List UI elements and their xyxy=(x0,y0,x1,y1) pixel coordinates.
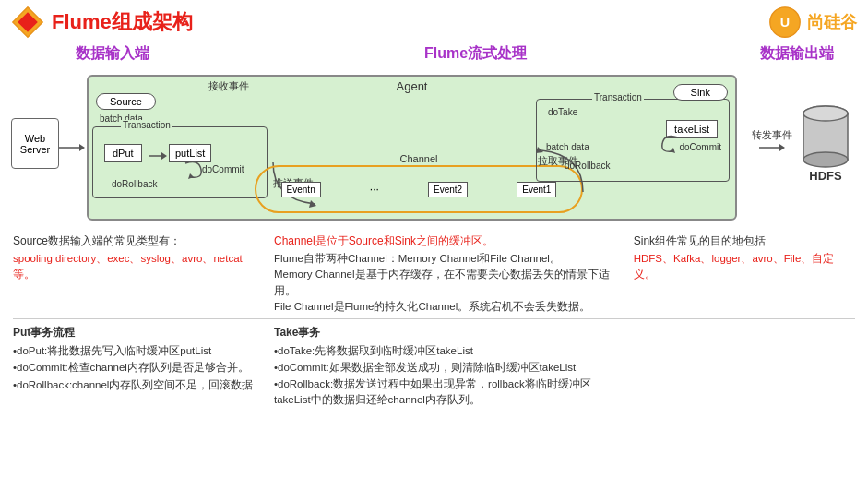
put-line2: •doCommit:检查channel内存队列是否足够合并。 xyxy=(13,359,259,376)
source-title: Source数据输入端的常见类型有： xyxy=(13,233,259,249)
transaction-left-label: Transaction xyxy=(121,120,172,130)
channel-line3: File Channel是Flume的持久化Channel。系统宕机不会丢失数据… xyxy=(274,299,619,315)
docommit-right-label: doCommit xyxy=(679,142,721,152)
svg-marker-8 xyxy=(188,173,194,179)
event-event2-box: Event2 xyxy=(428,182,468,197)
put-line3: •doRollback:channel内存队列空间不足，回滚数据 xyxy=(13,376,259,393)
batch-data-right-label: batch data xyxy=(546,142,589,152)
docommit-left-label: doCommit xyxy=(202,164,244,174)
channel-title: Channel是位于Source和Sink之间的缓冲区。 xyxy=(274,233,619,249)
sink-info-col: Sink组件常见的目的地包括 HDFS、Kafka、logger、avro、Fi… xyxy=(634,233,855,315)
agent-label: Agent xyxy=(397,79,428,93)
channel-info-col: Channel是位于Source和Sink之间的缓冲区。 Flume自带两种Ch… xyxy=(274,233,619,315)
logo-left: Flume组成架构 xyxy=(11,6,193,39)
source-info-col: Source数据输入端的常见类型有： spooling directory、ex… xyxy=(13,233,259,315)
section-right-label: 数据输出端 xyxy=(737,44,857,64)
hdfs-label: HDFS xyxy=(809,169,841,183)
section-mid-label: Flume流式处理 xyxy=(214,44,737,64)
web-server-label: WebServer xyxy=(20,133,50,155)
channel-line1: Flume自带两种Channel：Memory Channel和File Cha… xyxy=(274,251,619,267)
source-box: Source xyxy=(96,93,156,110)
transaction-section: Put事务流程 •doPut:将批数据先写入临时缓冲区putList •doCo… xyxy=(0,323,868,410)
transaction-box-right: Transaction doTake takeList batch data d… xyxy=(536,99,730,182)
transaction-right-label: Transaction xyxy=(592,92,644,102)
svg-text:U: U xyxy=(780,15,790,30)
section-headers: 数据输入端 Flume流式处理 数据输出端 xyxy=(0,44,868,64)
svg-marker-11 xyxy=(670,148,675,153)
svg-marker-7 xyxy=(161,152,167,160)
put-info-col: Put事务流程 •doPut:将批数据先写入临时缓冲区putList •doCo… xyxy=(13,325,259,408)
take-line3: •doRollback:数据发送过程中如果出现异常，rollback将临时缓冲区… xyxy=(274,376,619,409)
put-line1: •doPut:将批数据先写入临时缓冲区putList xyxy=(13,342,259,359)
sink-items: HDFS、Kafka、logger、avro、File、自定义。 xyxy=(634,251,855,283)
brand-name: 尚硅谷 xyxy=(807,11,857,33)
svg-marker-13 xyxy=(779,144,785,151)
take-line1: •doTake:先将数据取到临时缓冲区takeList xyxy=(274,342,619,359)
event-eventn-box: Eventn xyxy=(281,182,321,197)
transaction-box-left: Transaction dPut putList doCommit xyxy=(92,126,268,198)
put-title: Put事务流程 xyxy=(13,325,259,341)
web-server-box: WebServer xyxy=(11,118,59,169)
channel-label: Channel xyxy=(400,153,438,164)
sink-title: Sink组件常见的目的地包括 xyxy=(634,233,855,249)
header: Flume组成架构 U 尚硅谷 xyxy=(0,0,868,44)
source-items: spooling directory、exec、syslog、avro、netc… xyxy=(13,251,259,283)
dotake-label: doTake xyxy=(548,107,577,117)
section-left-label: 数据输入端 xyxy=(11,44,214,64)
channel-line2: Memory Channel是基于内存缓存，在不需要关心数据丢失的情景下适用。 xyxy=(274,267,619,299)
take-line2: •doCommit:如果数据全部发送成功，则清除临时缓冲区takeList xyxy=(274,359,619,376)
dorollback-right-label: doRollback xyxy=(565,161,610,171)
divider xyxy=(13,318,855,319)
take-title: Take事务 xyxy=(274,325,619,341)
svg-point-17 xyxy=(803,106,848,121)
dorollback-left-label: doRollback xyxy=(112,179,157,189)
brand-icon: U xyxy=(768,6,802,39)
page-title: Flume组成架构 xyxy=(52,8,193,36)
svg-point-16 xyxy=(803,152,848,167)
diagram-area: WebServer Agent 接收事件 Source batch data T… xyxy=(11,67,857,224)
event-dots: ··· xyxy=(370,183,379,196)
arrow-dput-putlist xyxy=(149,151,169,161)
arrow-agent-hdfs xyxy=(759,143,787,152)
receive-event-label: 接收事件 xyxy=(208,79,249,93)
sink-box: Sink xyxy=(673,84,728,101)
hdfs-cylinder-icon xyxy=(800,104,851,169)
agent-box: Agent 接收事件 Source batch data Transaction… xyxy=(87,75,737,221)
take-info-col: Take事务 •doTake:先将数据取到临时缓冲区takeList •doCo… xyxy=(274,325,619,408)
bottom-section: Source数据输入端的常见类型有： spooling directory、ex… xyxy=(0,226,868,315)
hdfs-box: HDFS xyxy=(794,104,857,183)
forward-event-label: 转发事件 xyxy=(752,128,792,142)
logo-diamond-icon xyxy=(11,6,44,39)
dput-box: dPut xyxy=(104,144,142,162)
svg-marker-5 xyxy=(79,144,85,151)
logo-right: U 尚硅谷 xyxy=(768,6,857,39)
arrow-web-agent xyxy=(59,143,87,152)
take-spacer xyxy=(634,325,855,408)
